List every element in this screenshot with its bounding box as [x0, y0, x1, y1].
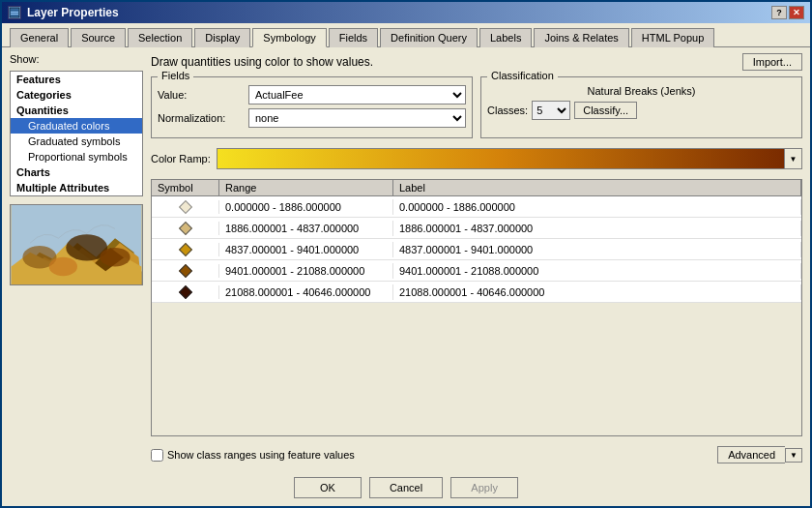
- window-icon: [8, 6, 21, 19]
- td-range-3: 4837.000001 - 9401.000000: [219, 242, 393, 257]
- window-title: Layer Properties: [27, 6, 119, 19]
- help-button[interactable]: ?: [771, 6, 787, 19]
- classify-button[interactable]: Classify...: [574, 102, 637, 119]
- tab-joins-relates[interactable]: Joins & Relates: [534, 28, 628, 47]
- title-bar-left: Layer Properties: [8, 6, 119, 19]
- draw-title-row: Draw quantities using color to show valu…: [151, 53, 802, 71]
- content-area: Show: Features Categories Quantities Gra…: [2, 47, 810, 469]
- normalization-row: Normalization: none: [158, 108, 466, 128]
- td-label-5: 21088.000001 - 40646.000000: [393, 284, 801, 300]
- td-range-4: 9401.000001 - 21088.000000: [219, 263, 393, 279]
- tab-symbology[interactable]: Symbology: [252, 28, 326, 47]
- panel-features[interactable]: Features: [11, 72, 142, 87]
- tab-display[interactable]: Display: [194, 28, 250, 47]
- tab-selection[interactable]: Selection: [128, 28, 192, 47]
- import-button[interactable]: Import...: [742, 53, 802, 71]
- ok-button[interactable]: OK: [294, 477, 362, 498]
- td-range-1: 0.000000 - 1886.000000: [219, 199, 393, 215]
- natural-breaks-label: Natural Breaks (Jenks): [487, 85, 796, 97]
- color-ramp-display[interactable]: [217, 148, 785, 169]
- map-preview: [10, 204, 143, 285]
- classes-row: Classes: 5 Classify...: [487, 101, 796, 120]
- classification-inner: Natural Breaks (Jenks) Classes: 5 Classi…: [487, 85, 796, 120]
- fields-classif-row: Fields Value: ActualFee Normalization: n…: [151, 76, 802, 138]
- td-range-5: 21088.000001 - 40646.000000: [219, 284, 393, 300]
- classes-label: Classes:: [487, 105, 528, 116]
- panel-proportional-symbols[interactable]: Proportional symbols: [11, 149, 142, 164]
- advanced-button[interactable]: Advanced: [717, 446, 785, 463]
- tab-html-popup[interactable]: HTML Popup: [631, 28, 714, 47]
- td-label-2: 1886.000001 - 4837.000000: [393, 221, 801, 236]
- panel-graduated-colors[interactable]: Graduated colors: [11, 118, 142, 134]
- fields-box: Fields Value: ActualFee Normalization: n…: [151, 76, 473, 138]
- ok-cancel-row: OK Cancel Apply: [2, 469, 810, 506]
- panel-graduated-symbols[interactable]: Graduated symbols: [11, 134, 142, 149]
- title-bar: Layer Properties ? ✕: [2, 2, 810, 23]
- td-label-4: 9401.000001 - 21088.000000: [393, 263, 801, 279]
- table-row[interactable]: 21088.000001 - 40646.000000 21088.000001…: [152, 282, 801, 303]
- table-row[interactable]: 1886.000001 - 4837.000000 1886.000001 - …: [152, 218, 801, 239]
- left-panel: Features Categories Quantities Graduated…: [10, 71, 143, 196]
- normalization-label: Normalization:: [158, 112, 245, 124]
- advanced-button-group: Advanced ▼: [717, 446, 802, 463]
- normalization-select[interactable]: none: [248, 108, 466, 128]
- td-label-3: 4837.000001 - 9401.000000: [393, 242, 801, 257]
- bottom-row: Show class ranges using feature values A…: [151, 446, 802, 463]
- data-table: Symbol Range Label 0.000000 - 1886.00000…: [151, 179, 802, 436]
- td-label-1: 0.000000 - 1886.000000: [393, 199, 801, 215]
- td-range-2: 1886.000001 - 4837.000000: [219, 221, 393, 236]
- th-symbol: Symbol: [152, 180, 219, 195]
- color-ramp-row: Color Ramp: ▼: [151, 148, 802, 169]
- fields-legend: Fields: [158, 70, 193, 81]
- panel-multiple-attributes[interactable]: Multiple Attributes: [11, 180, 142, 195]
- advanced-dropdown-arrow[interactable]: ▼: [785, 448, 802, 463]
- classes-select[interactable]: 5: [532, 101, 570, 120]
- table-body: 0.000000 - 1886.000000 0.000000 - 1886.0…: [152, 196, 801, 303]
- svg-rect-2: [11, 14, 18, 15]
- value-select[interactable]: ActualFee: [248, 85, 466, 105]
- td-symbol-3: [152, 243, 219, 256]
- close-button[interactable]: ✕: [789, 6, 804, 19]
- panel-quantities[interactable]: Quantities: [11, 103, 142, 118]
- title-buttons: ? ✕: [771, 6, 804, 19]
- left-column: Show: Features Categories Quantities Gra…: [10, 53, 143, 463]
- value-label: Value:: [158, 89, 245, 101]
- value-row: Value: ActualFee: [158, 85, 466, 105]
- tabs-row: General Source Selection Display Symbolo…: [2, 23, 810, 47]
- draw-title-text: Draw quantities using color to show valu…: [151, 55, 373, 69]
- td-symbol-2: [152, 222, 219, 235]
- th-label: Label: [393, 180, 801, 195]
- table-header: Symbol Range Label: [152, 180, 801, 196]
- color-ramp-dropdown-arrow[interactable]: ▼: [785, 148, 802, 169]
- td-symbol-4: [152, 264, 219, 278]
- color-ramp-wrapper: ▼: [217, 148, 802, 169]
- classification-box: Classification Natural Breaks (Jenks) Cl…: [480, 76, 802, 138]
- tab-labels[interactable]: Labels: [479, 28, 532, 47]
- show-class-ranges: Show class ranges using feature values: [151, 449, 355, 462]
- panel-categories[interactable]: Categories: [11, 87, 142, 103]
- color-ramp-label: Color Ramp:: [151, 153, 211, 164]
- svg-point-11: [100, 248, 130, 267]
- show-class-label: Show class ranges using feature values: [167, 449, 355, 461]
- right-panel: Draw quantities using color to show valu…: [151, 53, 802, 463]
- show-class-checkbox[interactable]: [151, 449, 163, 462]
- table-row[interactable]: 0.000000 - 1886.000000 0.000000 - 1886.0…: [152, 196, 801, 218]
- cancel-button[interactable]: Cancel: [369, 477, 443, 498]
- tab-fields[interactable]: Fields: [329, 28, 378, 47]
- apply-button[interactable]: Apply: [450, 477, 518, 498]
- layer-properties-window: Layer Properties ? ✕ General Source Sele…: [0, 0, 812, 508]
- tab-general[interactable]: General: [10, 28, 69, 47]
- td-symbol-5: [152, 285, 219, 299]
- table-row[interactable]: 9401.000001 - 21088.000000 9401.000001 -…: [152, 260, 801, 282]
- tab-source[interactable]: Source: [71, 28, 126, 47]
- td-symbol-1: [152, 200, 219, 214]
- classification-legend: Classification: [487, 70, 558, 81]
- show-label: Show:: [10, 53, 143, 65]
- svg-point-10: [49, 257, 77, 277]
- panel-charts[interactable]: Charts: [11, 164, 142, 180]
- tab-definition-query[interactable]: Definition Query: [380, 28, 478, 47]
- table-row[interactable]: 4837.000001 - 9401.000000 4837.000001 - …: [152, 239, 801, 260]
- svg-rect-1: [11, 12, 18, 13]
- th-range: Range: [219, 180, 393, 195]
